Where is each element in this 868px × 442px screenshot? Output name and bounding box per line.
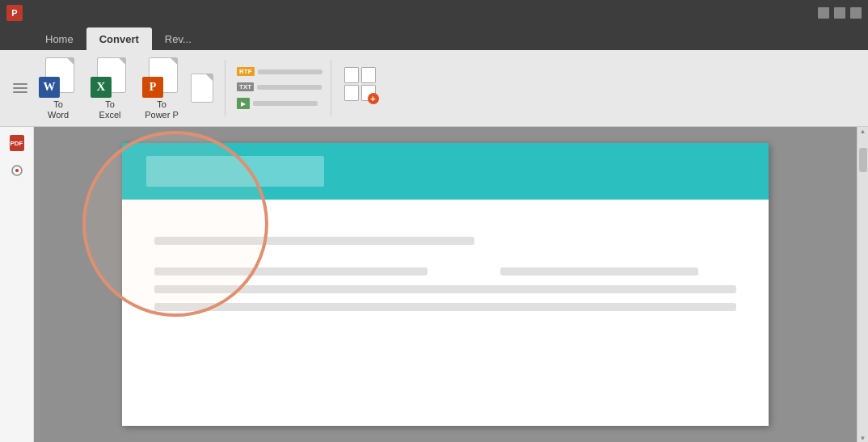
sidebar-nav-icon[interactable] (6, 159, 28, 182)
export-plus-icon: + (368, 93, 379, 104)
spacer-2 (154, 255, 736, 267)
doc-col-left-1 (154, 267, 428, 276)
to-powerpoint-icon: P (142, 56, 181, 98)
side-format-buttons: RTF TXT ▶ (234, 65, 326, 111)
export-doc-2 (361, 67, 376, 83)
left-sidebar: PDF (0, 127, 34, 442)
doc-body (122, 200, 769, 345)
excel-badge: X (91, 77, 112, 98)
img-badge: ▶ (237, 98, 250, 109)
svg-point-1 (15, 169, 19, 172)
scroll-down-arrow[interactable]: ▼ (859, 434, 867, 442)
doc-columns-1 (154, 267, 736, 276)
export-icon-grid: + (344, 67, 377, 101)
sidebar-circle-icon (10, 163, 24, 178)
txt-row: TXT (234, 81, 326, 93)
to-img-button[interactable]: ▶ (234, 96, 321, 111)
doc-line-4 (154, 303, 736, 311)
to-powerpoint-label: To Power P (145, 99, 179, 120)
tab-home[interactable]: Home (32, 27, 86, 50)
export-section: + (336, 67, 391, 109)
spacer-1 (154, 224, 736, 237)
export-doc-3 (344, 85, 359, 101)
to-excel-label: To Excel (99, 99, 121, 120)
nav-toggle[interactable] (8, 83, 32, 93)
hamburger-icon[interactable] (13, 83, 27, 93)
scrollbar-thumb[interactable] (859, 148, 867, 172)
sidebar-pdf-icon[interactable]: PDF (6, 132, 28, 154)
convert-to-word-button[interactable]: W To Word (32, 53, 84, 124)
rtf-badge: RTF (237, 67, 255, 76)
to-rtf-button[interactable]: RTF (234, 65, 326, 78)
img-row: ▶ (234, 96, 326, 111)
export-doc-1 (344, 67, 359, 83)
document-area (34, 127, 857, 442)
export-doc-4: + (361, 85, 376, 101)
title-bar: P (0, 0, 868, 26)
txt-badge: TXT (237, 82, 254, 91)
word-badge: W (39, 77, 60, 98)
pdf-shape: PDF (10, 135, 24, 151)
export-icon-container[interactable]: + (344, 67, 383, 109)
rtf-row: RTF (234, 65, 326, 78)
title-bar-left: P (6, 5, 23, 21)
img-line (253, 101, 318, 106)
convert-to-powerpoint-button[interactable]: P To Power P (136, 53, 188, 124)
nav-bar-3 (13, 91, 27, 93)
main-area: PDF (0, 127, 868, 442)
rtf-line (258, 69, 322, 74)
ribbon: W To Word X To Excel P To Power P (0, 50, 868, 127)
app-icon: P (6, 5, 23, 21)
to-word-icon: W (39, 56, 78, 98)
ppt-badge: P (142, 77, 163, 98)
small-doc-page (191, 74, 213, 103)
doc-col-right-1 (500, 267, 698, 276)
txt-line (257, 85, 322, 90)
ribbon-divider-1 (225, 60, 225, 116)
tab-review[interactable]: Rev... (152, 27, 204, 50)
to-excel-icon: X (91, 56, 129, 98)
ribbon-divider-2 (331, 60, 331, 116)
nav-bar-1 (13, 83, 27, 85)
window-controls (818, 7, 862, 19)
doc-line-3 (154, 285, 736, 293)
ribbon-tabs: Home Convert Rev... (0, 26, 868, 50)
convert-to-excel-button[interactable]: X To Excel (84, 53, 136, 124)
doc-line-1 (154, 237, 474, 245)
nav-bar-2 (13, 87, 27, 89)
right-scrollbar[interactable]: ▲ ▼ (857, 127, 868, 442)
minimize-button[interactable] (818, 7, 829, 19)
maximize-button[interactable] (834, 7, 845, 19)
doc-icon-small (191, 70, 217, 106)
doc-header (122, 143, 769, 200)
tab-convert[interactable]: Convert (86, 27, 152, 50)
col-spacer (452, 267, 476, 276)
doc-header-placeholder (146, 156, 324, 187)
to-word-label: To Word (48, 99, 69, 120)
scroll-up-arrow[interactable]: ▲ (859, 127, 867, 135)
to-txt-button[interactable]: TXT (234, 81, 325, 93)
document-page (122, 143, 769, 426)
close-button[interactable] (850, 7, 862, 19)
